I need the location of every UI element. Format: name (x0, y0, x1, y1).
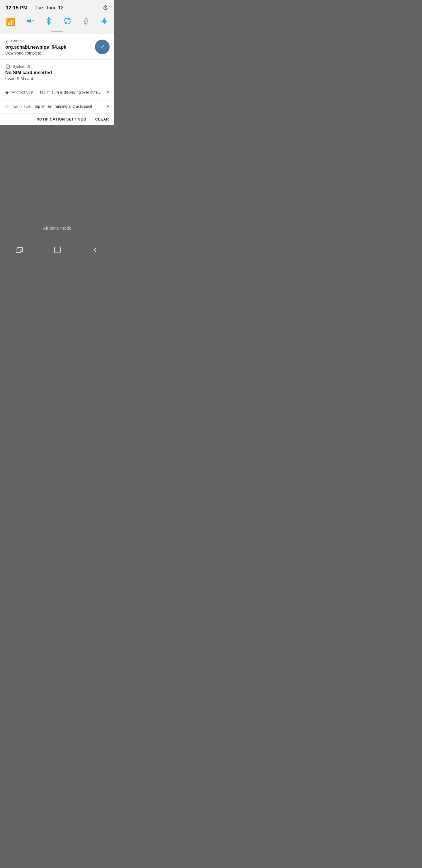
svg-rect-3 (85, 24, 87, 25)
svg-rect-6 (55, 247, 60, 253)
dark-overlay[interactable]: Airplane mode (0, 125, 114, 242)
tapnturn-icon: ◇ (5, 104, 9, 109)
status-divider: | (30, 5, 32, 11)
tapnturn-text: Tap 'n' Turn running and activated! (34, 104, 103, 108)
system-ui-notif-app-name: System UI (12, 64, 30, 69)
system-ui-notif-title: No SIM card inserted (5, 70, 109, 75)
home-icon[interactable] (54, 246, 61, 255)
recent-apps-icon[interactable] (15, 247, 23, 255)
clear-notifications-button[interactable]: CLEAR (95, 117, 109, 121)
chrome-download-action-btn[interactable]: ✓ (95, 39, 109, 54)
android-system-notification[interactable]: ◆ Android Syst... Tap 'n' Turn is displa… (0, 85, 114, 99)
chrome-notification[interactable]: ✓ Chrome org.schabi.newpipe_64.apk Downl… (0, 34, 114, 60)
svg-point-4 (85, 21, 87, 22)
android-syst-text: Tap 'n' Turn is displaying over other a.… (39, 90, 103, 94)
chrome-notif-title: org.schabi.newpipe_64.apk (5, 44, 109, 50)
svg-rect-5 (16, 249, 21, 252)
notification-settings-button[interactable]: NOTIFICATION SETTINGS (36, 117, 87, 121)
status-date: Tue, June 12 (35, 5, 64, 11)
status-time: 12:15 PM (6, 5, 28, 11)
tapnturn-app-name: Tap 'n' Turn (12, 104, 31, 108)
airplane-mode-label: Airplane mode (43, 225, 71, 230)
android-syst-app-name: Android Syst... (12, 90, 37, 94)
sync-icon[interactable] (63, 17, 71, 27)
android-syst-expand-icon[interactable]: ▾ (107, 89, 109, 95)
back-icon[interactable] (92, 246, 99, 255)
system-ui-notification[interactable]: 📋 System UI No SIM card inserted Insert … (0, 60, 114, 85)
system-ui-notif-body: Insert SIM card. (5, 76, 109, 81)
mute-icon[interactable] (26, 17, 34, 27)
airplane-mode-icon[interactable] (100, 17, 108, 27)
tapnturn-expand-icon[interactable]: ▾ (107, 103, 109, 109)
flashlight-icon[interactable] (83, 17, 89, 27)
download-icon: ✓ (100, 43, 105, 51)
settings-icon[interactable]: ⚙ (103, 4, 108, 12)
navigation-bar (0, 242, 114, 260)
chrome-notif-body: Download complete (5, 51, 109, 55)
bluetooth-icon[interactable] (45, 17, 52, 27)
chrome-notif-app-name: Chrome (11, 39, 25, 43)
tapnturn-notification[interactable]: ◇ Tap 'n' Turn Tap 'n' Turn running and … (0, 99, 114, 113)
chrome-notif-icon: ✓ (5, 38, 9, 43)
wifi-icon[interactable]: 📶 (6, 18, 15, 27)
quick-toggles: 📶 (0, 15, 114, 31)
system-ui-notif-icon: 📋 (5, 64, 10, 69)
android-syst-icon: ◆ (5, 90, 9, 95)
status-bar: 12:15 PM | Tue, June 12 ⚙ (0, 0, 114, 15)
notifications-panel: ✓ Chrome org.schabi.newpipe_64.apk Downl… (0, 34, 114, 125)
notification-footer: NOTIFICATION SETTINGS CLEAR (0, 114, 114, 125)
drag-handle (0, 31, 114, 34)
